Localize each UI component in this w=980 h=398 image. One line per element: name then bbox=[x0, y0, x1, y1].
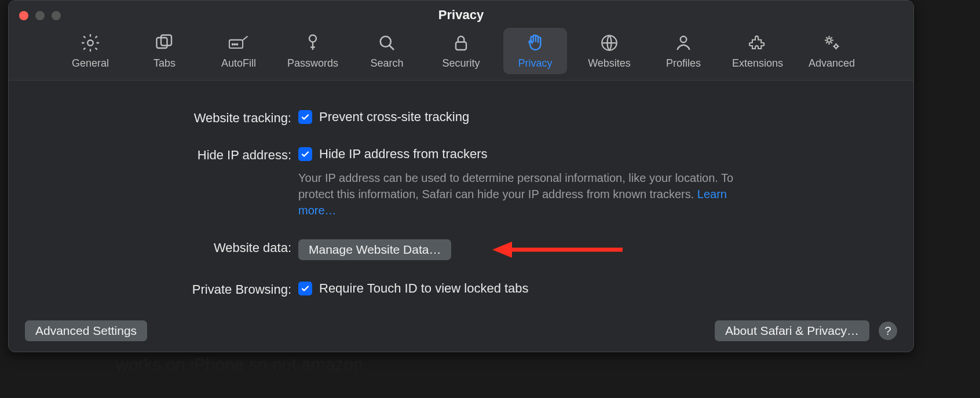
tab-label: Security bbox=[442, 57, 480, 70]
svg-point-13 bbox=[835, 45, 838, 48]
svg-point-12 bbox=[827, 38, 831, 42]
checkbox-label: Hide IP address from trackers bbox=[319, 147, 488, 162]
row-label: Website tracking: bbox=[43, 109, 298, 126]
tab-extensions[interactable]: Extensions bbox=[726, 28, 789, 74]
globe-icon bbox=[599, 31, 620, 54]
tab-label: Search bbox=[370, 57, 403, 70]
titlebar: Privacy General Tabs AutoFill bbox=[9, 1, 913, 81]
svg-point-4 bbox=[232, 43, 233, 45]
svg-point-7 bbox=[309, 35, 316, 42]
svg-point-11 bbox=[681, 36, 687, 42]
tab-label: AutoFill bbox=[221, 57, 256, 70]
tab-label: Passwords bbox=[287, 57, 338, 70]
tab-label: Profiles bbox=[666, 57, 701, 70]
checkbox-hide-ip-from-trackers[interactable] bbox=[298, 147, 312, 161]
svg-point-5 bbox=[235, 43, 236, 45]
autofill-icon bbox=[228, 31, 249, 54]
row-label: Hide IP address: bbox=[43, 147, 298, 163]
hide-ip-description: Your IP address can be used to determine… bbox=[298, 170, 738, 218]
row-label: Website data: bbox=[43, 239, 298, 255]
row-website-data: Website data: Manage Website Data… bbox=[43, 239, 879, 260]
advanced-settings-button[interactable]: Advanced Settings bbox=[25, 320, 147, 341]
search-icon bbox=[376, 31, 397, 54]
preferences-window: Privacy General Tabs AutoFill bbox=[8, 0, 914, 352]
svg-rect-1 bbox=[157, 38, 167, 48]
hand-icon bbox=[525, 31, 546, 54]
tab-label: Extensions bbox=[732, 57, 783, 70]
row-website-tracking: Website tracking: Prevent cross-site tra… bbox=[43, 109, 879, 126]
window-title: Privacy bbox=[9, 8, 913, 23]
puzzle-icon bbox=[747, 31, 768, 54]
tab-search[interactable]: Search bbox=[355, 28, 419, 74]
svg-point-0 bbox=[87, 40, 93, 46]
svg-rect-2 bbox=[161, 35, 171, 45]
tab-passwords[interactable]: Passwords bbox=[281, 28, 345, 74]
help-button[interactable]: ? bbox=[879, 322, 897, 340]
footer: Advanced Settings About Safari & Privacy… bbox=[9, 320, 913, 341]
tab-advanced[interactable]: Advanced bbox=[800, 28, 864, 74]
tab-label: General bbox=[72, 57, 109, 70]
tab-label: Privacy bbox=[518, 57, 552, 70]
tab-label: Tabs bbox=[153, 57, 175, 70]
tab-websites[interactable]: Websites bbox=[577, 28, 641, 74]
tab-general[interactable]: General bbox=[58, 28, 122, 74]
gear-icon bbox=[80, 31, 101, 54]
gears-icon bbox=[821, 31, 842, 54]
background-text: works on iPhone so not amazon. bbox=[116, 355, 368, 374]
tab-security[interactable]: Security bbox=[429, 28, 493, 74]
tabs-icon bbox=[154, 31, 175, 54]
checkbox-prevent-cross-site-tracking[interactable] bbox=[298, 110, 312, 124]
key-icon bbox=[302, 31, 323, 54]
manage-website-data-button[interactable]: Manage Website Data… bbox=[298, 239, 451, 260]
profile-icon bbox=[673, 31, 694, 54]
tab-privacy[interactable]: Privacy bbox=[503, 28, 567, 74]
row-hide-ip-address: Hide IP address: Hide IP address from tr… bbox=[43, 147, 879, 218]
tab-label: Advanced bbox=[809, 57, 855, 70]
tab-tabs[interactable]: Tabs bbox=[133, 28, 196, 74]
preferences-toolbar: General Tabs AutoFill Passwords bbox=[9, 28, 913, 74]
tab-label: Websites bbox=[588, 57, 631, 70]
svg-rect-9 bbox=[456, 42, 466, 50]
checkbox-require-touch-id[interactable] bbox=[298, 282, 312, 295]
lock-icon bbox=[451, 31, 471, 54]
row-private-browsing: Private Browsing: Require Touch ID to vi… bbox=[43, 281, 879, 297]
checkbox-label: Require Touch ID to view locked tabs bbox=[319, 281, 529, 296]
tab-autofill[interactable]: AutoFill bbox=[207, 28, 270, 74]
svg-point-8 bbox=[381, 36, 391, 46]
checkbox-label: Prevent cross-site tracking bbox=[319, 109, 469, 125]
about-safari-privacy-button[interactable]: About Safari & Privacy… bbox=[715, 320, 869, 341]
tab-profiles[interactable]: Profiles bbox=[652, 28, 715, 74]
row-label: Private Browsing: bbox=[43, 281, 298, 297]
svg-point-6 bbox=[236, 43, 237, 45]
preferences-content: Website tracking: Prevent cross-site tra… bbox=[9, 81, 913, 311]
